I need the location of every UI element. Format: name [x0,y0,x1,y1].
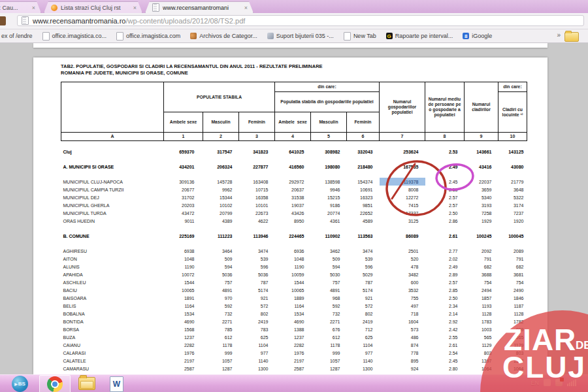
data-cell: 2.53 [425,148,465,155]
bookmark-label: office.imagistica.co... [52,33,106,39]
data-cell: 43080 [498,163,527,171]
data-cell: 539 [239,255,275,263]
pdf-viewer-area[interactable]: TAB2. POPULATIE, GOSPODARII SI CLADIRI L… [0,43,588,374]
cut-off-toolbar-icon[interactable] [0,16,6,25]
column-number: 5 [311,133,347,141]
data-cell: 921 [347,294,380,302]
taskbar-word-button[interactable]: W [110,376,123,392]
browser-tab[interactable]: www.recensamantromani× [145,1,253,13]
data-cell: 2419 [347,318,380,325]
table-row: CALATELE2197105711402197105711408952.451… [61,357,527,365]
bookmark-label: ex of /endre [1,33,33,39]
data-cell: 732 [203,310,239,318]
bookmark-item[interactable]: ex of /endre [1,33,33,39]
table-row: ALUNIS119059459611905945964782.49682682 [61,263,527,270]
bookmark-item[interactable]: Archivos de Categor... [190,33,257,39]
tab-close-icon[interactable]: × [243,5,249,11]
bookmark-label: Rapoarte pe interval... [395,33,453,39]
header-numar-gospodarii: Numarul gospodariilor populatiei [380,82,425,133]
browser-tab-strip: : Harta : Cau...×Lista strazi Cluj Cluj … [0,0,588,13]
data-cell: 2.61 [425,341,465,349]
page-icon [22,16,29,25]
subheader-masculin-2: Masculin [311,112,347,133]
data-cell: 2.34 [425,302,465,310]
address-bar[interactable]: www.recensamantromania.ro/wp-content/upl… [17,15,584,26]
data-cell: 1237 [164,333,203,341]
data-cell: 3193 [465,201,498,209]
tab-close-icon[interactable]: × [132,5,138,11]
chrome-icon [47,376,63,392]
data-cell: 4389 [203,217,239,225]
data-cell: 2.57 [425,193,465,201]
data-cell: 1164 [275,302,311,310]
data-cell: 1846 [498,294,527,302]
data-cell: 10101 [239,201,275,209]
data-cell: 10065 [275,286,311,294]
data-cell: 676 [311,325,347,333]
header-cladiri-locuinte: Cladiri cu locuinte ¹⁾ [498,92,527,133]
row-label: BACIU [61,286,164,294]
table-row: ORAS HUEDIN90114389462289504361458931252… [61,217,527,225]
page-icon [344,32,351,41]
data-cell: 778 [380,349,425,357]
data-cell: 15215 [311,193,347,201]
header-din-care-2: din care: [498,82,527,92]
bookmark-item[interactable]: New Tab [344,32,376,41]
data-cell: 309136 [164,178,203,186]
data-cell: 2197 [164,357,203,365]
data-cell: 10059 [275,270,311,278]
data-cell: 138598 [311,178,347,186]
data-cell: 224465 [275,232,311,240]
row-label: BUZA [61,333,164,341]
data-cell: 2271 [311,318,347,325]
tab-close-icon[interactable]: × [31,5,37,11]
data-cell: 20637 [275,186,311,193]
bookmark-item[interactable]: Suport bijuterii 035 -... [267,33,334,39]
header-name-col [61,82,164,133]
data-cell: 509 [311,255,347,263]
column-number: A [61,133,164,141]
data-cell: 15344 [203,193,239,201]
bookmark-item[interactable]: 8iGoogle [463,33,492,39]
subheader-feminin-1: Feminin [239,112,275,133]
table-row: AGHIRESU69383464347469363462347425012.77… [61,247,527,255]
data-cell: 486 [380,333,425,341]
bookmark-item[interactable]: GRapoarte pe interval... [386,33,453,39]
data-cell: 2.86 [425,217,465,225]
data-cell: 572 [347,302,380,310]
word-icon-letter: W [113,380,120,389]
browser-tab[interactable]: : Harta : Cau...× [0,1,41,13]
taskbar-explorer-button[interactable] [78,377,95,390]
row-label: BOBALNA [61,310,164,318]
data-cell: 787 [239,278,275,286]
data-cell: 757 [311,278,347,286]
data-cell: 1104 [239,341,275,349]
data-cell: 999 [311,349,347,357]
data-cell: 2.92 [425,318,465,325]
data-cell: 341823 [239,148,275,155]
bookmark-item[interactable]: office.imagistica.com [116,32,180,41]
table-row: ASCHILEU154475778715447577876002.5775475… [61,278,527,286]
browser-tab[interactable]: Lista strazi Cluj Cluj rst× [44,1,142,13]
other-bookmarks-folder-icon[interactable] [564,32,579,42]
bookmark-item[interactable]: office.imagistica.co... [42,32,106,41]
data-cell: 2501 [380,247,425,255]
data-cell: 682 [465,263,498,270]
taskbar-chrome-button[interactable] [39,375,71,392]
column-number: 7 [380,133,425,141]
data-cell: 332043 [347,148,380,155]
data-cell: 1057 [203,357,239,365]
table-row: Cluj659370317547341823641025308982332043… [61,148,527,155]
data-cell: 594 [311,263,347,270]
data-cell: 7258 [465,209,498,217]
gblue-icon: 8 [463,33,469,39]
row-spacer [61,225,527,232]
taskbar-start-orb[interactable]: ▶BS [12,376,28,392]
column-number: 10 [498,133,527,141]
data-cell: 2.55 [425,333,465,341]
url-path: /wp-content/uploads/2012/08/TS2.pdf [125,17,245,25]
data-cell: 2587 [275,365,311,372]
table-row: BONTIDA46902271241946902271241916042.921… [61,318,527,325]
bookmarks-overflow-chevron[interactable]: » [557,31,561,39]
data-cell: 43426 [275,209,311,217]
